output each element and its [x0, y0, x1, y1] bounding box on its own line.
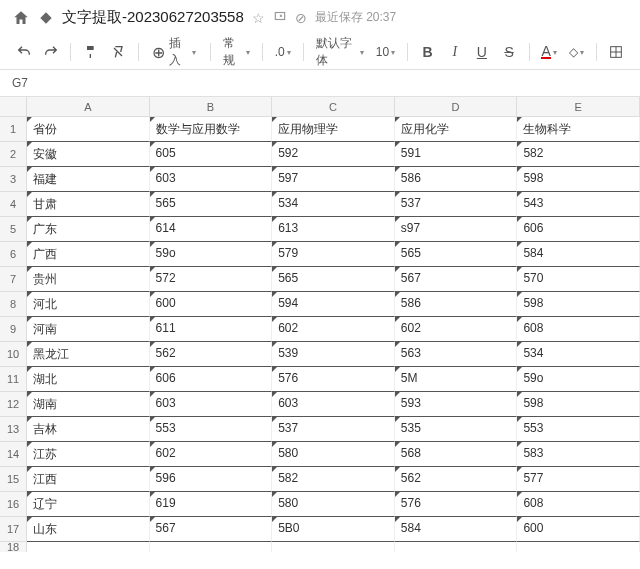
- cell[interactable]: [395, 542, 518, 552]
- row-header[interactable]: 13: [0, 417, 27, 442]
- cell[interactable]: 600: [150, 292, 273, 317]
- cell[interactable]: 甘肃: [27, 192, 150, 217]
- cell[interactable]: 602: [150, 442, 273, 467]
- clear-format-button[interactable]: [106, 39, 129, 65]
- cell[interactable]: 579: [272, 242, 395, 267]
- cell[interactable]: 贵州: [27, 267, 150, 292]
- fill-color-button[interactable]: ◇▾: [565, 39, 588, 65]
- cell[interactable]: 586: [395, 292, 518, 317]
- cell[interactable]: 537: [395, 192, 518, 217]
- cell[interactable]: 598: [517, 392, 640, 417]
- column-header[interactable]: C: [272, 97, 395, 117]
- italic-button[interactable]: I: [443, 39, 466, 65]
- cell[interactable]: 619: [150, 492, 273, 517]
- cell[interactable]: 603: [150, 392, 273, 417]
- column-header[interactable]: E: [517, 97, 640, 117]
- cell[interactable]: 577: [517, 467, 640, 492]
- cell[interactable]: 611: [150, 317, 273, 342]
- row-header[interactable]: 12: [0, 392, 27, 417]
- cell[interactable]: 省份: [27, 117, 150, 142]
- cell[interactable]: 606: [150, 367, 273, 392]
- cell[interactable]: 580: [272, 492, 395, 517]
- cell[interactable]: 614: [150, 217, 273, 242]
- row-header[interactable]: 3: [0, 167, 27, 192]
- font-size-dropdown[interactable]: 10▾: [372, 39, 399, 65]
- cell[interactable]: 584: [517, 242, 640, 267]
- row-header[interactable]: 5: [0, 217, 27, 242]
- cell[interactable]: 594: [272, 292, 395, 317]
- cell[interactable]: 603: [150, 167, 273, 192]
- cell[interactable]: [27, 542, 150, 552]
- redo-button[interactable]: [39, 39, 62, 65]
- cell[interactable]: 534: [272, 192, 395, 217]
- cell[interactable]: 5B0: [272, 517, 395, 542]
- cell[interactable]: 福建: [27, 167, 150, 192]
- cell[interactable]: 598: [517, 167, 640, 192]
- cell[interactable]: [517, 542, 640, 552]
- cell[interactable]: 602: [272, 317, 395, 342]
- cell[interactable]: 562: [150, 342, 273, 367]
- cell[interactable]: 576: [272, 367, 395, 392]
- cell[interactable]: 583: [517, 442, 640, 467]
- cell[interactable]: 572: [150, 267, 273, 292]
- home-icon[interactable]: [12, 9, 30, 27]
- column-header[interactable]: D: [395, 97, 518, 117]
- format-painter-button[interactable]: [79, 39, 102, 65]
- font-family-dropdown[interactable]: 默认字体▾: [312, 39, 368, 65]
- cell[interactable]: 543: [517, 192, 640, 217]
- cell[interactable]: 安徽: [27, 142, 150, 167]
- cell[interactable]: 602: [395, 317, 518, 342]
- cell[interactable]: 数学与应用数学: [150, 117, 273, 142]
- cell[interactable]: 608: [517, 317, 640, 342]
- cell[interactable]: 567: [395, 267, 518, 292]
- select-all-corner[interactable]: [0, 97, 27, 117]
- cell[interactable]: 553: [150, 417, 273, 442]
- cell[interactable]: 59o: [517, 367, 640, 392]
- cell[interactable]: 593: [395, 392, 518, 417]
- cell[interactable]: 广东: [27, 217, 150, 242]
- row-header[interactable]: 15: [0, 467, 27, 492]
- row-header[interactable]: 4: [0, 192, 27, 217]
- cell[interactable]: 553: [517, 417, 640, 442]
- document-title[interactable]: 文字提取-20230627203558: [62, 8, 244, 27]
- cell[interactable]: 江西: [27, 467, 150, 492]
- cell[interactable]: 吉林: [27, 417, 150, 442]
- cell[interactable]: 591: [395, 142, 518, 167]
- row-header[interactable]: 2: [0, 142, 27, 167]
- cell[interactable]: 湖南: [27, 392, 150, 417]
- insert-button[interactable]: ⊕插入▾: [146, 39, 202, 65]
- number-format-dropdown[interactable]: 常规▾: [219, 39, 254, 65]
- undo-button[interactable]: [12, 39, 35, 65]
- cell[interactable]: 山东: [27, 517, 150, 542]
- row-header[interactable]: 16: [0, 492, 27, 517]
- cell[interactable]: 562: [395, 467, 518, 492]
- cell[interactable]: 应用化学: [395, 117, 518, 142]
- move-icon[interactable]: [273, 9, 287, 26]
- borders-button[interactable]: [605, 39, 628, 65]
- cell[interactable]: 606: [517, 217, 640, 242]
- cell[interactable]: 534: [517, 342, 640, 367]
- underline-button[interactable]: U: [470, 39, 493, 65]
- cell[interactable]: 570: [517, 267, 640, 292]
- cell[interactable]: s97: [395, 217, 518, 242]
- row-header[interactable]: 11: [0, 367, 27, 392]
- row-header[interactable]: 10: [0, 342, 27, 367]
- row-header[interactable]: 6: [0, 242, 27, 267]
- cell[interactable]: 600: [517, 517, 640, 542]
- cell[interactable]: 应用物理学: [272, 117, 395, 142]
- cell[interactable]: 河南: [27, 317, 150, 342]
- cell[interactable]: 黑龙江: [27, 342, 150, 367]
- cell[interactable]: 567: [150, 517, 273, 542]
- row-header[interactable]: 18: [0, 542, 27, 552]
- cell[interactable]: 565: [395, 242, 518, 267]
- row-header[interactable]: 1: [0, 117, 27, 142]
- decimal-dropdown[interactable]: .0▾: [271, 39, 295, 65]
- cell[interactable]: [150, 542, 273, 552]
- cell[interactable]: 563: [395, 342, 518, 367]
- cell[interactable]: 568: [395, 442, 518, 467]
- cell[interactable]: 5M: [395, 367, 518, 392]
- cell[interactable]: 580: [272, 442, 395, 467]
- cell[interactable]: 辽宁: [27, 492, 150, 517]
- cell[interactable]: 598: [517, 292, 640, 317]
- font-color-button[interactable]: A▾: [538, 39, 561, 65]
